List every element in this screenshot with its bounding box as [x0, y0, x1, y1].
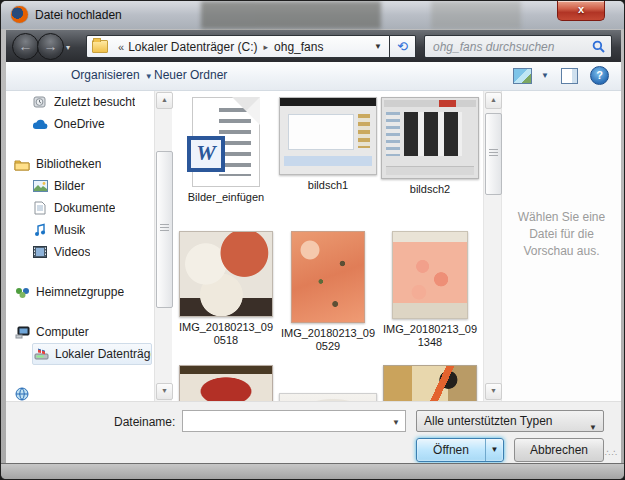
sidebar-item-label: Bibliotheken: [36, 157, 101, 171]
breadcrumb-root[interactable]: Lokaler Datenträger (C:): [128, 40, 257, 54]
file-name-label: IMG_20180213_090529: [279, 327, 377, 353]
filetype-select[interactable]: Alle unterstützten Typen ▼: [416, 410, 604, 432]
network-icon: [14, 386, 30, 401]
glass-blur: [431, 1, 521, 29]
recent-pages-dropdown-icon[interactable]: ▾: [66, 43, 70, 52]
filename-label: Dateiname:: [114, 415, 175, 429]
sidebar-item-bilder[interactable]: Bilder: [32, 175, 152, 197]
preview-pane-toggle-button[interactable]: [561, 68, 578, 84]
window-bottom-border: [1, 463, 625, 480]
sidebar-item-musik[interactable]: Musik: [32, 219, 152, 241]
organize-menu-button[interactable]: Organisieren▼: [71, 68, 153, 82]
homegroup-icon: [14, 284, 30, 300]
sidebar-item-label: Videos: [54, 245, 90, 259]
sidebar-item-computer[interactable]: Computer: [14, 321, 152, 343]
dialog-content: Zuletzt besuchtOneDriveBibliothekenBilde…: [6, 91, 621, 401]
views-icon: [513, 68, 532, 84]
open-button[interactable]: Öffnen ▼: [416, 438, 504, 462]
command-toolbar: Organisieren▼ Neuer Ordner ▼ ?: [6, 62, 621, 91]
file-item-img-20180213-090518[interactable]: IMG_20180213_090518: [176, 231, 276, 357]
breadcrumb-overflow-chevron[interactable]: «: [118, 41, 124, 53]
folder-icon: [92, 40, 108, 53]
back-button[interactable]: ←: [12, 33, 39, 60]
glass-blur: [201, 1, 381, 29]
file-name-label: IMG_20180213_090518: [177, 321, 275, 347]
navigation-pane: Zuletzt besuchtOneDriveBibliothekenBilde…: [6, 91, 152, 401]
sidebar-item-heimnetzgruppe[interactable]: Heimnetzgruppe: [14, 281, 152, 303]
file-name-label: Bilder_einfügen: [188, 191, 264, 204]
photo-salmon-fillet-thumbnail: [291, 231, 365, 323]
sidebar-item-zuletzt-besucht[interactable]: Zuletzt besucht: [32, 91, 152, 113]
sidebar-item-dokumente[interactable]: Dokumente: [32, 197, 152, 219]
resize-grip[interactable]: ∴∴: [605, 451, 615, 461]
recent-places-icon: [32, 94, 48, 110]
firefox-icon: [11, 6, 28, 23]
open-split-dropdown[interactable]: ▼: [485, 439, 503, 461]
help-button[interactable]: ?: [590, 66, 609, 85]
sidebar-item-label: Dokumente: [54, 201, 115, 215]
videos-icon: [32, 244, 48, 260]
search-placeholder: ohg_fans durchsuchen: [433, 40, 592, 54]
scroll-down-icon[interactable]: ▼: [156, 383, 173, 400]
sidebar-scrollbar-thumb[interactable]: [156, 151, 173, 308]
scroll-down-icon[interactable]: ▼: [485, 383, 502, 400]
photo-salmon-bread-thumbnail: [392, 231, 468, 319]
file-upload-dialog: Datei hochladen x ← → ▾ « Lokaler Datent…: [0, 0, 625, 480]
sidebar-item-label: Musik: [54, 223, 85, 237]
onedrive-cloud-icon: [32, 116, 48, 132]
pictures-icon: [32, 178, 48, 194]
forward-button[interactable]: →: [37, 33, 64, 60]
sidebar-item-label: OneDrive: [54, 117, 105, 131]
sidebar-item-lokaler-datentr-ger-c[interactable]: Lokaler Datenträger (C:): [32, 343, 152, 365]
file-list: WBilder_einfügenbildsch1bildsch2IMG_2018…: [176, 91, 481, 407]
file-list-scrollbar[interactable]: ▲ ▼: [483, 91, 502, 401]
scroll-up-icon[interactable]: ▲: [485, 92, 502, 109]
preview-placeholder-text: Wählen Sie eine Datei für die Vorschau a…: [510, 209, 613, 260]
sidebar-item-label: Heimnetzgruppe: [36, 285, 124, 299]
search-input[interactable]: ohg_fans durchsuchen: [424, 35, 612, 58]
file-name-label: bildsch1: [308, 179, 348, 192]
file-item-bildsch2[interactable]: bildsch2: [380, 97, 480, 223]
computer-icon: [14, 324, 30, 340]
window-title: Datei hochladen: [35, 8, 122, 22]
breadcrumb-separator-icon: ▸: [264, 42, 269, 52]
chevron-down-icon: ▼: [541, 71, 549, 80]
sidebar-item-network[interactable]: [14, 383, 152, 401]
refresh-button[interactable]: ⟲: [390, 35, 416, 58]
sidebar-scrollbar[interactable]: ▲ ▼: [154, 91, 172, 401]
music-icon: [32, 222, 48, 238]
change-view-button[interactable]: ▼: [513, 68, 549, 84]
chevron-down-icon[interactable]: ▼: [392, 418, 400, 427]
file-item-img-20180213-090529[interactable]: IMG_20180213_090529: [278, 231, 378, 357]
sidebar-item-onedrive[interactable]: OneDrive: [32, 113, 152, 135]
cancel-button[interactable]: Abbrechen: [514, 438, 604, 462]
documents-icon: [32, 200, 48, 216]
sidebar-item-bibliotheken[interactable]: Bibliotheken: [14, 153, 152, 175]
screenshot-dialog-thumbnail: [381, 97, 479, 179]
file-list-scrollbar-thumb[interactable]: [485, 113, 502, 195]
scroll-up-icon[interactable]: ▲: [156, 92, 173, 109]
sidebar-item-label: Zuletzt besucht: [54, 95, 135, 109]
new-folder-button[interactable]: Neuer Ordner: [154, 68, 227, 82]
filetype-value: Alle unterstützten Typen: [424, 414, 553, 428]
file-name-label: bildsch2: [410, 183, 450, 196]
file-name-label: IMG_20180213_091348: [381, 323, 479, 349]
file-item-bildsch1[interactable]: bildsch1: [278, 97, 378, 223]
dialog-footer: Dateiname: ▼ Alle unterstützten Typen ▼ …: [6, 401, 621, 464]
close-button[interactable]: x: [557, 1, 605, 21]
chevron-down-icon: ▼: [589, 418, 597, 438]
file-item-img-20180213-091348[interactable]: IMG_20180213_091348: [380, 231, 480, 357]
address-dropdown-icon[interactable]: ▼: [374, 42, 382, 51]
chevron-down-icon: ▼: [145, 72, 153, 81]
breadcrumb-folder[interactable]: ohg_fans: [274, 40, 323, 54]
word-document-thumbnail: W: [192, 97, 260, 187]
search-icon: [592, 40, 605, 53]
filename-input[interactable]: ▼: [182, 410, 406, 432]
title-bar[interactable]: Datei hochladen x: [1, 1, 624, 29]
sidebar-item-label: Lokaler Datenträger (C:): [55, 347, 151, 361]
address-bar[interactable]: « Lokaler Datenträger (C:) ▸ ohg_fans ▼: [86, 35, 390, 58]
file-item-bilder-einf-gen[interactable]: WBilder_einfügen: [176, 97, 276, 223]
sidebar-item-label: Bilder: [54, 179, 85, 193]
sidebar-item-videos[interactable]: Videos: [32, 241, 152, 263]
libraries-folder-icon: [14, 156, 30, 172]
